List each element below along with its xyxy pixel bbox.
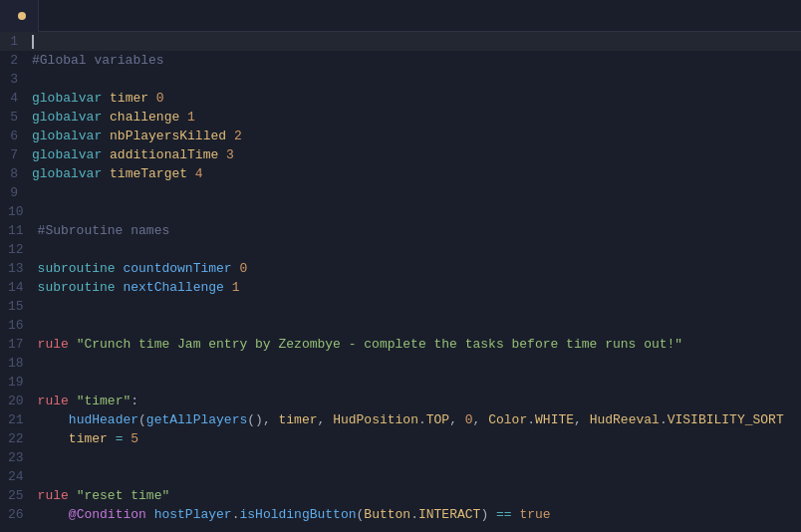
token-paren: () xyxy=(247,412,263,427)
token-prop: Color xyxy=(488,412,527,427)
token-keyword-rule: rule xyxy=(38,394,69,408)
token-plain: . xyxy=(418,412,426,427)
code-line-row: 18 xyxy=(0,354,801,373)
token-prop: HudReeval xyxy=(590,412,660,427)
code-content: globalvar additionalTime 3 xyxy=(32,145,801,164)
token-var-name: timer xyxy=(279,412,318,427)
code-line-row: 5globalvar challenge 1 xyxy=(0,108,801,127)
line-number: 7 xyxy=(0,145,32,164)
code-content: subroutine countdownTimer 0 xyxy=(38,259,801,278)
token-plain xyxy=(488,507,496,522)
code-line-row: 2#Global variables xyxy=(0,51,801,70)
token-number: 0 xyxy=(465,412,473,427)
code-line-row: 24 xyxy=(0,467,801,486)
token-func-name: hudHeader xyxy=(69,412,138,427)
token-plain: , xyxy=(263,412,279,427)
line-number: 2 xyxy=(0,51,32,70)
code-content xyxy=(38,297,801,316)
code-content: hudHeader(getAllPlayers(), timer, HudPos… xyxy=(38,410,801,429)
code-line-row: 22 timer = 5 xyxy=(0,429,801,448)
line-number: 13 xyxy=(0,259,38,278)
code-content: globalvar timeTarget 4 xyxy=(32,164,801,183)
token-func-name: getAllPlayers xyxy=(146,412,247,427)
token-plain xyxy=(108,431,116,446)
code-content: #Subroutine names xyxy=(38,221,801,240)
line-number: 18 xyxy=(0,354,38,373)
active-tab[interactable] xyxy=(0,0,39,32)
code-line-row: 23 xyxy=(0,448,801,467)
line-number: 20 xyxy=(0,392,38,410)
line-number: 8 xyxy=(0,164,32,183)
code-line-row: 8globalvar timeTarget 4 xyxy=(0,164,801,183)
token-plain: , xyxy=(449,412,465,427)
token-number: 1 xyxy=(232,280,240,295)
token-plain xyxy=(224,280,232,295)
token-number: 0 xyxy=(156,91,164,106)
token-plain xyxy=(187,166,195,181)
code-content: #Global variables xyxy=(32,51,801,70)
code-line-row: 7globalvar additionalTime 3 xyxy=(0,145,801,164)
line-number: 15 xyxy=(0,297,38,316)
code-line-row: 1 xyxy=(0,32,801,51)
code-content xyxy=(32,183,801,202)
token-number: 1 xyxy=(187,110,195,125)
line-number: 3 xyxy=(0,70,32,89)
token-var-name: challenge xyxy=(110,110,179,125)
token-plain xyxy=(102,110,110,125)
tab-bar xyxy=(0,0,801,32)
code-line-row: 9 xyxy=(0,183,801,202)
code-content: rule "Crunch time Jam entry by Zezombye … xyxy=(38,335,801,354)
code-line-row: 20rule "timer": xyxy=(0,392,801,410)
line-number: 19 xyxy=(0,373,38,392)
token-sub-name: nextChallenge xyxy=(123,280,223,295)
token-paren: ( xyxy=(138,412,146,427)
token-func-name: isHoldingButton xyxy=(239,507,356,522)
code-line-row: 15 xyxy=(0,297,801,316)
line-number: 17 xyxy=(0,335,38,354)
token-number: 2 xyxy=(234,129,242,143)
line-number: 1 xyxy=(0,32,32,51)
token-plain xyxy=(38,507,69,522)
code-content: globalvar timer 0 xyxy=(32,89,801,108)
tab-modified-dot xyxy=(18,12,26,20)
token-plain: , xyxy=(318,412,334,427)
token-string: "Crunch time Jam entry by Zezombye - com… xyxy=(77,337,683,352)
code-content xyxy=(38,240,801,259)
token-comment: #Global variables xyxy=(32,53,164,68)
token-plain xyxy=(102,91,110,106)
token-keyword-global: globalvar xyxy=(32,91,102,106)
token-keyword-global: globalvar xyxy=(32,129,102,143)
code-content xyxy=(32,70,801,89)
line-number: 4 xyxy=(0,89,32,108)
token-number: 5 xyxy=(131,431,138,446)
token-var-name: nbPlayersKilled xyxy=(110,129,226,143)
token-plain xyxy=(146,507,154,522)
token-plain xyxy=(148,91,156,106)
code-line-row: 6globalvar nbPlayersKilled 2 xyxy=(0,127,801,145)
line-number: 12 xyxy=(0,240,38,259)
token-var-name: additionalTime xyxy=(110,147,218,162)
code-line-row: 3 xyxy=(0,70,801,89)
token-annotation: @Condition xyxy=(69,507,146,522)
code-line-row: 10 xyxy=(0,202,801,221)
code-content xyxy=(38,354,801,373)
code-editor[interactable]: 12#Global variables34globalvar timer 05g… xyxy=(0,32,801,532)
code-line-row: 17rule "Crunch time Jam entry by Zezomby… xyxy=(0,335,801,354)
line-number: 25 xyxy=(0,486,38,505)
token-plain xyxy=(102,166,110,181)
code-content xyxy=(38,448,801,467)
token-keyword-rule: rule xyxy=(38,488,69,503)
token-prop: VISIBILITY_SORT xyxy=(668,412,784,427)
token-number: 0 xyxy=(239,261,247,276)
line-number: 10 xyxy=(0,202,38,221)
token-plain xyxy=(102,147,110,162)
token-number: 3 xyxy=(226,147,234,162)
line-number: 9 xyxy=(0,183,32,202)
line-number: 5 xyxy=(0,108,32,127)
token-string: "timer" xyxy=(77,394,132,408)
code-line-row: 26 @Condition hostPlayer.isHoldingButton… xyxy=(0,505,801,524)
line-number: 14 xyxy=(0,278,38,297)
token-var-name: timer xyxy=(69,431,108,446)
token-plain: . xyxy=(410,507,418,522)
line-number: 6 xyxy=(0,127,32,145)
